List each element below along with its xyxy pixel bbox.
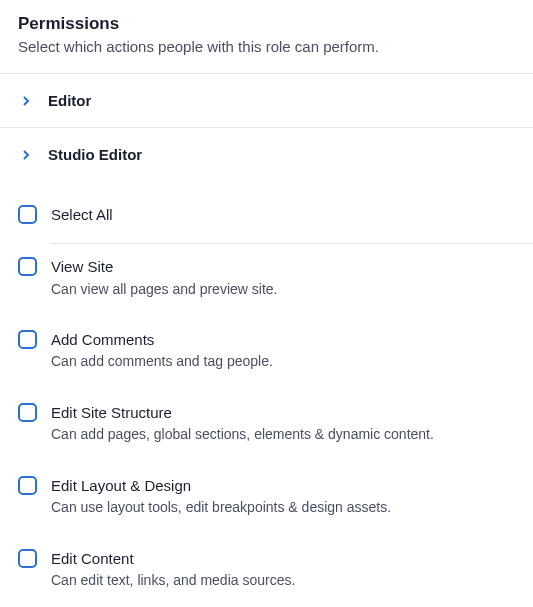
permission-checkbox[interactable] bbox=[18, 403, 37, 422]
permission-description: Can use layout tools, edit breakpoints &… bbox=[51, 498, 515, 518]
accordion-label: Editor bbox=[48, 92, 91, 109]
permission-row-edit-content: Edit Content Can edit text, links, and m… bbox=[0, 536, 533, 607]
permission-row-edit-layout-design: Edit Layout & Design Can use layout tool… bbox=[0, 463, 533, 536]
permission-description: Can add pages, global sections, elements… bbox=[51, 425, 515, 445]
permission-label: Edit Layout & Design bbox=[51, 476, 515, 496]
permission-description: Can edit text, links, and media sources. bbox=[51, 571, 515, 591]
accordion-label: Studio Editor bbox=[48, 146, 142, 163]
permission-checkbox[interactable] bbox=[18, 257, 37, 276]
permissions-checklist: Select All View Site Can view all pages … bbox=[0, 181, 533, 607]
permission-description: Can add comments and tag people. bbox=[51, 352, 515, 372]
permission-description: Can view all pages and preview site. bbox=[51, 280, 515, 300]
permissions-header: Permissions Select which actions people … bbox=[0, 0, 533, 73]
page-title: Permissions bbox=[18, 14, 515, 34]
permission-label: Add Comments bbox=[51, 330, 515, 350]
select-all-checkbox[interactable] bbox=[18, 205, 37, 224]
accordion-row-studio-editor[interactable]: Studio Editor bbox=[0, 127, 533, 181]
page-description: Select which actions people with this ro… bbox=[18, 38, 515, 55]
chevron-right-icon bbox=[20, 149, 32, 161]
chevron-right-icon bbox=[20, 95, 32, 107]
permission-row-edit-site-structure: Edit Site Structure Can add pages, globa… bbox=[0, 390, 533, 463]
select-all-row: Select All bbox=[0, 191, 533, 243]
permission-label: Edit Content bbox=[51, 549, 515, 569]
permission-checkbox[interactable] bbox=[18, 549, 37, 568]
permission-checkbox[interactable] bbox=[18, 476, 37, 495]
permission-row-view-site: View Site Can view all pages and preview… bbox=[0, 244, 533, 317]
select-all-label: Select All bbox=[51, 205, 515, 225]
permission-label: View Site bbox=[51, 257, 515, 277]
permission-row-add-comments: Add Comments Can add comments and tag pe… bbox=[0, 317, 533, 390]
accordion-row-editor[interactable]: Editor bbox=[0, 73, 533, 127]
permission-label: Edit Site Structure bbox=[51, 403, 515, 423]
permission-checkbox[interactable] bbox=[18, 330, 37, 349]
